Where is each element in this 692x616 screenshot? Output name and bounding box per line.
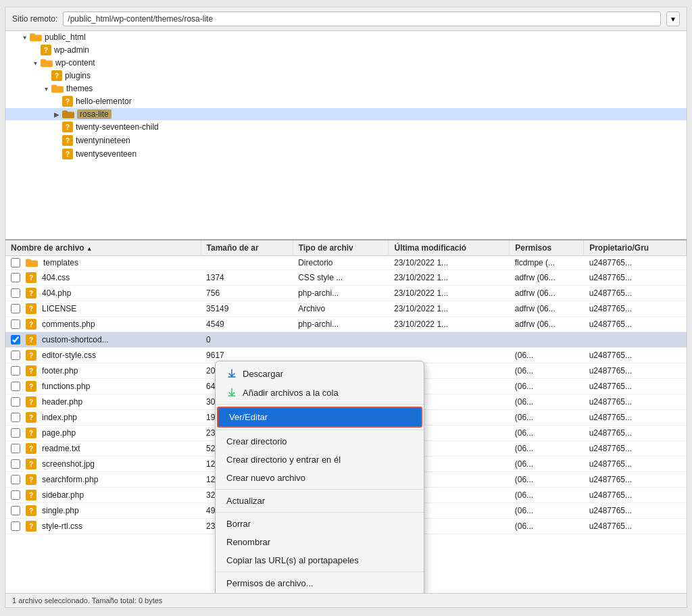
table-row[interactable]: ?404.php756php-archi...23/10/2022 1...ad… [5,286,687,301]
file-owner: u2487765... [584,519,687,534]
file-name: 404.css [42,273,70,282]
col-header-size[interactable]: Tamaño de ar [201,240,293,256]
file-type: php-archi... [293,286,389,301]
col-header-perms[interactable]: Permisos [510,240,584,256]
context-menu-separator [216,489,424,490]
file-checkbox[interactable] [11,506,20,515]
tree-item-label: public_html [45,32,86,42]
file-type: CSS style ... [293,270,389,286]
file-checkbox[interactable] [11,288,20,298]
context-menu-label: Ver/Editar [229,412,268,422]
file-name: functions.php [42,382,90,391]
tree-item-label: twentyseventeen [76,149,137,159]
tree-item-plugins[interactable]: ?plugins [5,69,687,82]
context-menu-item-create-file[interactable]: Crear nuevo archivo [216,469,424,487]
tree-item-twentyseventeen[interactable]: ?twentyseventeen [5,147,687,161]
remote-path-dropdown[interactable]: ▼ [666,11,680,26]
context-menu-item-delete[interactable]: Borrar [216,515,424,533]
file-checkbox[interactable] [11,428,20,438]
file-size: 4549 [201,317,293,332]
file-name-cell: ?page.php [5,426,201,441]
file-checkbox[interactable] [11,413,20,422]
file-name: searchform.php [42,475,98,484]
file-perms: (06... [510,488,584,503]
context-menu-item-create-dir-enter[interactable]: Crear directorio y entrar en él [216,451,424,469]
question-icon: ? [62,149,73,159]
col-header-modified[interactable]: Última modificació [389,240,510,256]
tree-item-twenty-seventeen-child[interactable]: ?twenty-seventeen-child [5,120,687,134]
col-header-type[interactable]: Tipo de archiv [293,240,389,256]
context-menu-separator [216,430,424,430]
tree-item-themes[interactable]: ▾ themes [5,82,687,95]
file-name: header.php [42,397,82,407]
context-menu-item-add-queue[interactable]: Añadir archivos a la cola [216,383,424,402]
file-name-cell: ?comments.php [5,317,201,332]
table-row[interactable]: ?custom-shortcod...0 [5,332,687,348]
file-perms: adfrw (06... [510,270,584,286]
svg-rect-9 [26,259,31,262]
file-name-cell: ?single.php [5,503,201,519]
file-checkbox[interactable] [11,397,20,407]
file-perms: (06... [510,379,584,394]
tree-item-rosa-lite[interactable]: ▶ rosa-lite [5,108,687,120]
svg-rect-5 [51,85,57,88]
table-row[interactable]: ?comments.php4549php-archi...23/10/2022 … [5,317,687,332]
remote-path-input[interactable] [63,11,661,26]
context-menu-item-create-dir[interactable]: Crear directorio [216,432,424,451]
tree-item-label: wp-admin [54,45,89,55]
file-checkbox[interactable] [11,304,20,313]
download-icon [226,368,237,379]
file-perms: adfrw (06... [510,317,584,332]
file-checkbox[interactable] [11,319,20,329]
tree-arrow: ▾ [30,59,41,67]
question-icon: ? [26,381,36,392]
context-menu-item-download[interactable]: Descargar [216,364,424,383]
file-checkbox[interactable] [11,273,20,282]
table-row[interactable]: ?LICENSE35149Archivo23/10/2022 1...adfrw… [5,301,687,317]
file-owner: u2487765... [584,410,687,426]
file-checkbox[interactable] [11,351,20,360]
file-checkbox[interactable] [11,490,20,500]
context-menu-item-rename[interactable]: Renombrar [216,533,424,551]
file-checkbox[interactable] [11,459,20,469]
file-name-cell: ?404.css [5,270,201,286]
file-checkbox[interactable] [11,521,20,531]
file-size: 756 [201,286,293,301]
context-menu-item-copy-url[interactable]: Copiar las URL(s) al portapapeles [216,551,424,569]
file-owner: u2487765... [584,270,687,286]
col-header-name[interactable]: Nombre de archivo▲ [5,240,201,256]
file-checkbox[interactable] [11,366,20,376]
file-owner: u2487765... [584,379,687,394]
tree-arrow: ▶ [51,111,62,118]
file-checkbox[interactable] [11,258,20,267]
file-name: single.php [42,506,79,515]
context-menu-separator [216,512,424,513]
tree-item-public_html[interactable]: ▾ public_html [5,31,687,43]
file-checkbox[interactable] [11,444,20,453]
col-header-owner[interactable]: Propietario/Gru [584,240,687,256]
tree-item-label: twentynineteen [76,136,130,145]
file-name: 404.php [42,288,71,298]
question-icon: ? [41,45,51,55]
tree-item-hello-elementor[interactable]: ?hello-elementor [5,95,687,108]
table-row[interactable]: ?404.css1374CSS style ...23/10/2022 1...… [5,270,687,286]
file-perms: (06... [510,457,584,472]
context-menu-item-view-edit[interactable]: Ver/Editar [217,407,422,428]
tree-arrow: ▾ [19,34,30,41]
file-name: comments.php [42,319,95,329]
file-checkbox[interactable] [11,475,20,484]
file-name-cell: ?screenshot.jpg [5,457,201,472]
tree-item-twentynineteen[interactable]: ?twentynineteen [5,134,687,147]
tree-item-wp-admin[interactable]: ?wp-admin [5,43,687,57]
table-row[interactable]: templatesDirectorio23/10/2022 1...flcdmp… [5,256,687,270]
file-checkbox[interactable] [11,382,20,391]
queue-icon [226,387,237,398]
file-perms: (06... [510,441,584,457]
tree-item-wp-content[interactable]: ▾ wp-content [5,57,687,69]
context-menu-item-file-perms[interactable]: Permisos de archivo... [216,574,424,592]
context-menu-item-refresh[interactable]: Actualizar [216,492,424,510]
file-owner: u2487765... [584,441,687,457]
question-icon: ? [26,490,36,500]
file-owner: u2487765... [584,457,687,472]
file-checkbox[interactable] [11,335,20,344]
